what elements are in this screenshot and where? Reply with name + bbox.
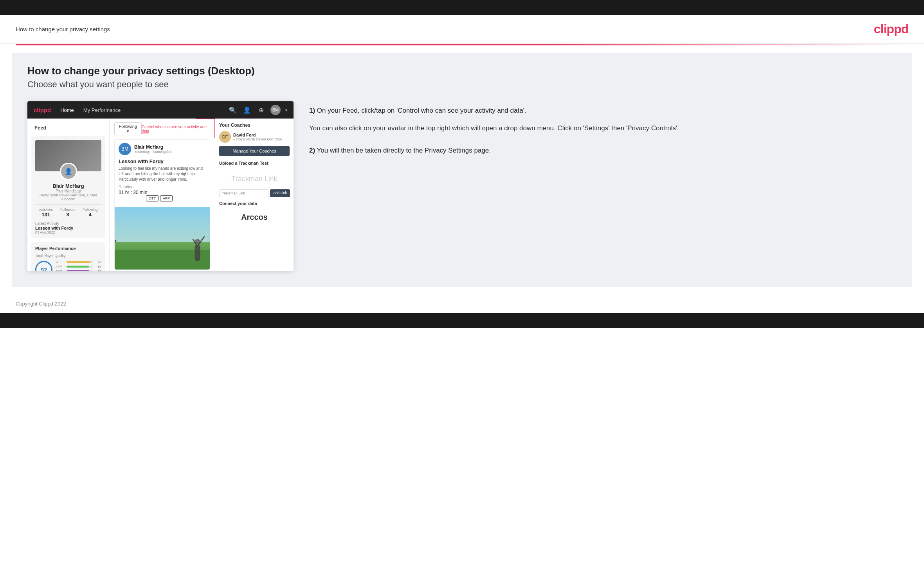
avatar-icon[interactable]: BM [270,105,281,115]
nav-icons: 🔍 👤 ⊕ BM ▾ [228,105,287,115]
bar-arg-label: ARG [56,270,65,271]
app-body: Feed 👤 Blair McHarg Plus Handicap Royal … [27,119,294,271]
trackman-section: Upload a Trackman Test Trackman Link Add… [219,161,290,197]
trackman-input[interactable] [219,189,268,197]
app-nav: clippd Home My Performance 🔍 👤 ⊕ BM ▾ [27,101,294,119]
search-icon[interactable]: 🔍 [228,105,238,115]
stat-following: Following 4 [83,208,97,217]
bar-ott: OTT 90 [56,260,101,264]
app-sidebar: Feed 👤 Blair McHarg Plus Handicap Royal … [27,119,110,271]
post-image [115,207,210,270]
bar-app-track [67,266,93,268]
stat-activities-label: Activities [39,208,53,212]
instruction-step1: 1) On your Feed, click/tap on 'Control w… [309,105,897,133]
manage-coaches-button[interactable]: Manage Your Coaches [219,146,290,156]
bar-app-val: 85 [94,265,101,268]
perf-row: 92 OTT 90 APP [35,260,101,271]
feed-header: Following ▾ Control who can see your act… [114,122,210,135]
player-performance: Player Performance Total Player Quality … [31,242,105,271]
post-image-svg [115,207,210,270]
trackman-input-row: Add Link [219,189,290,197]
nav-item-home[interactable]: Home [60,107,74,113]
perf-title: Player Performance [35,246,101,251]
trackman-title: Upload a Trackman Test [219,161,290,165]
step1-main-text: On your Feed, click/tap on 'Control who … [317,107,526,114]
latest-activity-date: 03 Aug 2022 [35,230,101,234]
two-col-layout: clippd Home My Performance 🔍 👤 ⊕ BM ▾ Fe… [27,101,897,271]
post-desc: Looking to feel like my hands are exitin… [115,166,210,185]
profile-name: Blair McHarg [35,183,101,189]
step2-text: 2) You will then be taken directly to th… [309,145,897,156]
footer: Copyright Clippd 2022 [0,295,924,313]
post-user-name: Blair McHarg [134,144,172,150]
coach-name: David Ford [233,133,282,137]
bar-ott-fill [67,261,90,263]
step1-additional: You can also click on your avatar in the… [309,123,897,133]
bar-ott-val: 90 [94,260,101,264]
app-feed: Following ▾ Control who can see your act… [110,119,215,271]
coach-item: DF David Ford ● Royal North Devon Golf C… [219,131,290,143]
post-duration-value: 01 hr : 30 min OTT APP [115,189,210,207]
step2-number: 2) [309,147,315,154]
profile-card: 👤 Blair McHarg Plus Handicap Royal North… [31,136,105,238]
perf-bars: OTT 90 APP [56,260,101,271]
post-title: Lesson with Fordy [115,158,210,166]
page-heading: How to change your privacy settings (Des… [27,65,897,77]
feed-tab[interactable]: Feed [31,122,105,133]
annotation-line-top [196,119,215,119]
step1-text: 1) On your Feed, click/tap on 'Control w… [309,105,897,117]
latest-activity: Latest Activity Lesson with Fordy 03 Aug… [35,221,101,234]
bottom-bar [0,313,924,328]
stat-activities: Activities 131 [39,208,53,217]
bar-arg: ARG 86 [56,270,101,271]
profile-club: Royal North Devon Golf Club, United King… [35,193,101,201]
trackman-placeholder: Trackman Link [219,169,290,189]
app-nav-logo: clippd [34,107,51,113]
post-header: BM Blair McHarg Yesterday · Sunningdale [115,140,210,158]
profile-stats: Activities 131 Followers 3 Following 4 [35,204,101,217]
post-avatar: BM [119,143,131,155]
instructions: 1) On your Feed, click/tap on 'Control w… [309,101,897,168]
latest-activity-value: Lesson with Fordy [35,226,101,230]
stat-following-value: 4 [83,212,97,217]
add-link-button[interactable]: Add Link [270,189,290,197]
profile-avatar: 👤 [60,163,77,180]
avatar-chevron: ▾ [285,108,287,112]
quality-circle: 92 [35,261,52,271]
arccos-logo: Arccos [219,209,290,226]
coaches-title: Your Coaches [219,122,290,128]
svg-rect-9 [195,245,200,258]
latest-activity-label: Latest Activity [35,221,101,226]
post-user-info: Blair McHarg Yesterday · Sunningdale [134,144,172,154]
bar-app-label: APP [56,265,65,268]
stat-followers-value: 3 [60,212,76,217]
instruction-step2: 2) You will then be taken directly to th… [309,145,897,156]
app-right-panel: Your Coaches DF David Ford ● Royal North… [215,119,294,271]
plus-circle-icon[interactable]: ⊕ [256,105,266,115]
profile-subtitle: Plus Handicap [35,189,101,193]
bar-arg-fill [67,270,89,271]
bar-arg-track [67,270,93,271]
stat-activities-value: 131 [39,212,53,217]
bar-ott-label: OTT [56,260,65,264]
step1-number: 1) [309,107,315,114]
bar-ott-track [67,261,93,263]
tag-ott: OTT [146,195,159,201]
stat-followers: Followers 3 [60,208,76,217]
annotation-line-right [214,119,215,138]
app-mockup: clippd Home My Performance 🔍 👤 ⊕ BM ▾ Fe… [27,101,294,271]
person-icon[interactable]: 👤 [242,105,252,115]
connect-section: Connect your data Arccos [219,201,290,226]
nav-item-performance[interactable]: My Performance [83,107,121,113]
coach-avatar: DF [219,131,231,143]
coaches-section: Your Coaches DF David Ford ● Royal North… [219,122,290,156]
following-button[interactable]: Following ▾ [114,122,142,135]
main-content: How to change your privacy settings (Des… [12,53,912,287]
header-title: How to change your privacy settings [16,26,110,32]
top-bar [0,0,924,15]
perf-quality-label: Total Player Quality [35,254,101,258]
tag-app: APP [160,195,173,201]
connect-title: Connect your data [219,201,290,206]
control-link[interactable]: Control who can see your activity and da… [142,125,210,133]
post-user-loc: Yesterday · Sunningdale [134,150,172,154]
